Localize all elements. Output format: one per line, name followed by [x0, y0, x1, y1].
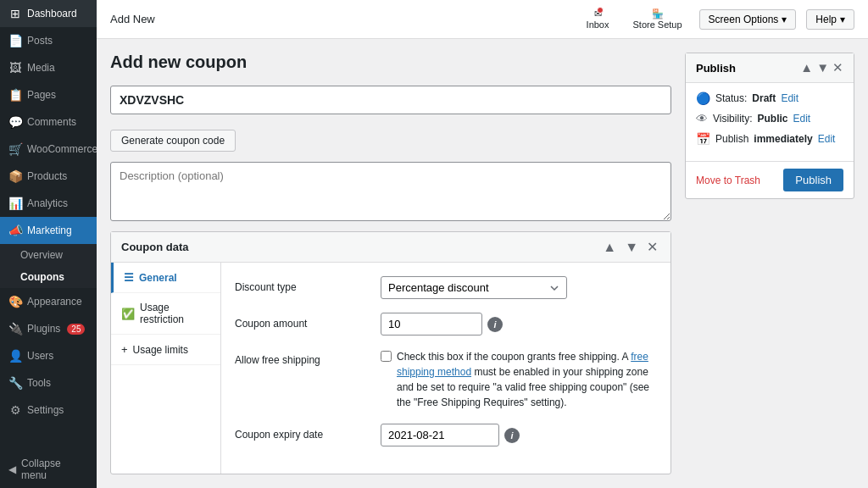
metabox-close-icon[interactable]: ✕: [644, 239, 660, 255]
free-shipping-checkbox[interactable]: [381, 351, 392, 362]
sidebar-item-comments[interactable]: 💬 Comments: [0, 108, 97, 136]
store-setup-icon: 🏪: [652, 8, 664, 19]
publish-down-icon[interactable]: ▼: [816, 60, 829, 75]
publish-body: 🔵 Status: Draft Edit 👁 Visibility: Publi…: [686, 83, 854, 161]
collapse-menu[interactable]: ◀ Collapse menu: [0, 451, 97, 488]
tab-usage-restriction[interactable]: ✅ Usage restriction: [111, 293, 220, 335]
metabox-down-icon[interactable]: ▼: [622, 240, 641, 255]
publish-button[interactable]: Publish: [783, 169, 843, 191]
publish-close-icon[interactable]: ✕: [832, 60, 843, 75]
inbox-icon-wrap: ✉: [594, 8, 602, 19]
metabox-up-icon[interactable]: ▲: [600, 240, 619, 255]
coupon-data-metabox: Coupon data ▲ ▼ ✕ ☰ General: [110, 231, 671, 474]
inbox-notification-dot: [597, 7, 604, 14]
tools-icon: 🔧: [8, 376, 22, 390]
publish-time-edit[interactable]: Edit: [818, 133, 836, 145]
free-shipping-control: Check this box if the coupon grants free…: [381, 349, 657, 410]
topbar-right: ✉ Inbox 🏪 Store Setup Screen Options ▾ H…: [580, 5, 854, 33]
generate-coupon-wrap: Generate coupon code: [110, 125, 671, 152]
discount-type-select[interactable]: Percentage discountFixed cart discountFi…: [381, 276, 567, 299]
pages-icon: 📋: [8, 88, 22, 102]
publish-up-icon[interactable]: ▲: [800, 60, 813, 75]
marketing-icon: 📣: [8, 224, 22, 237]
dashboard-icon: ⊞: [8, 7, 22, 20]
free-shipping-row: Allow free shipping Check this box if th…: [235, 349, 657, 410]
description-textarea[interactable]: [110, 162, 671, 221]
sidebar-item-overview[interactable]: Overview: [0, 244, 97, 266]
expiry-date-row: Coupon expiry date i: [235, 424, 657, 446]
plugins-icon: 🔌: [8, 322, 22, 336]
help-button[interactable]: Help ▾: [806, 9, 854, 30]
media-icon: 🖼: [8, 61, 22, 75]
publish-time-value: immediately: [754, 133, 812, 145]
coupon-amount-label: Coupon amount: [235, 313, 370, 330]
collapse-icon: ◀: [8, 463, 16, 475]
sidebar-item-products[interactable]: 📦 Products: [0, 163, 97, 190]
coupon-fields: Discount type Percentage discountFixed c…: [221, 263, 670, 474]
sidebar-item-users[interactable]: 👤 Users: [0, 342, 97, 369]
calendar-icon: 📅: [696, 132, 710, 146]
sidebar-item-woocommerce[interactable]: 🛒 WooCommerce: [0, 136, 97, 163]
publish-footer: Move to Trash Publish: [686, 161, 854, 198]
screen-options-button[interactable]: Screen Options ▾: [699, 9, 797, 30]
sidebar-item-tools[interactable]: 🔧 Tools: [0, 369, 97, 396]
expiry-date-input[interactable]: [381, 424, 499, 446]
sidebar-item-media[interactable]: 🖼 Media: [0, 54, 97, 81]
publish-visibility-row: 👁 Visibility: Public Edit: [696, 112, 843, 125]
coupon-amount-row: Coupon amount i: [235, 313, 657, 336]
generate-coupon-button[interactable]: Generate coupon code: [110, 130, 236, 152]
usage-restriction-tab-icon: ✅: [121, 308, 135, 320]
posts-icon: 📄: [8, 34, 22, 47]
expiry-date-control: i: [381, 424, 657, 446]
metabox-body: ☰ General ✅ Usage restriction + Usage li…: [111, 263, 670, 474]
publish-status-edit[interactable]: Edit: [781, 92, 798, 104]
sidebar: ⊞ Dashboard 📄 Posts 🖼 Media 📋 Pages 💬 Co…: [0, 0, 97, 488]
users-icon: 👤: [8, 349, 22, 363]
sidebar-item-posts[interactable]: 📄 Posts: [0, 27, 97, 54]
analytics-icon: 📊: [8, 197, 22, 210]
tab-general[interactable]: ☰ General: [111, 263, 220, 293]
discount-type-control: Percentage discountFixed cart discountFi…: [381, 276, 657, 299]
help-chevron-icon: ▾: [840, 14, 845, 25]
publish-header: Publish ▲ ▼ ✕: [686, 53, 854, 83]
settings-icon: ⚙: [8, 403, 22, 417]
coupon-amount-input[interactable]: [381, 313, 482, 336]
publish-visibility-value: Public: [757, 113, 787, 125]
sidebar-item-plugins[interactable]: 🔌 Plugins 25: [0, 315, 97, 342]
inbox-button[interactable]: ✉ Inbox: [580, 5, 616, 33]
sidebar-item-settings[interactable]: ⚙ Settings: [0, 396, 97, 424]
store-setup-button[interactable]: 🏪 Store Setup: [626, 5, 689, 33]
tab-usage-limits[interactable]: + Usage limits: [111, 335, 220, 365]
screen-options-chevron-icon: ▾: [782, 14, 787, 25]
expiry-date-help-icon[interactable]: i: [504, 428, 520, 443]
sidebar-item-analytics[interactable]: 📊 Analytics: [0, 190, 97, 217]
appearance-icon: 🎨: [8, 295, 22, 308]
sidebar-item-coupons[interactable]: Coupons: [0, 266, 97, 288]
sidebar-item-marketing[interactable]: 📣 Marketing: [0, 217, 97, 244]
sidebar-item-pages[interactable]: 📋 Pages: [0, 81, 97, 108]
page-title: Add new coupon: [110, 53, 671, 72]
coupon-data-header: Coupon data ▲ ▼ ✕: [111, 232, 670, 263]
coupon-amount-control: i: [381, 313, 657, 336]
discount-type-label: Discount type: [235, 276, 370, 293]
sidebar-item-dashboard[interactable]: ⊞ Dashboard: [0, 0, 97, 27]
general-tab-icon: ☰: [124, 271, 134, 284]
expiry-date-label: Coupon expiry date: [235, 424, 370, 441]
main-column: Add new coupon Generate coupon code Coup…: [110, 53, 671, 474]
sidebar-item-appearance[interactable]: 🎨 Appearance: [0, 288, 97, 315]
metabox-controls: ▲ ▼ ✕: [600, 239, 660, 255]
marketing-submenu: Overview Coupons: [0, 244, 97, 288]
products-icon: 📦: [8, 169, 22, 183]
move-to-trash-link[interactable]: Move to Trash: [696, 175, 760, 186]
coupon-code-input[interactable]: [110, 86, 671, 114]
topbar-add-new: Add New: [110, 13, 155, 25]
discount-type-row: Discount type Percentage discountFixed c…: [235, 276, 657, 299]
coupon-amount-help-icon[interactable]: i: [487, 317, 503, 332]
free-shipping-checkbox-wrap: Check this box if the coupon grants free…: [381, 349, 657, 410]
publish-time-row: 📅 Publish immediately Edit: [696, 132, 843, 146]
publish-visibility-edit[interactable]: Edit: [793, 113, 810, 125]
publish-box: Publish ▲ ▼ ✕ 🔵 Status: Draft Edit: [685, 53, 854, 199]
main-area: Add New ✉ Inbox 🏪 Store Setup Screen Opt…: [97, 0, 868, 488]
comments-icon: 💬: [8, 115, 22, 129]
topbar: Add New ✉ Inbox 🏪 Store Setup Screen Opt…: [97, 0, 868, 39]
